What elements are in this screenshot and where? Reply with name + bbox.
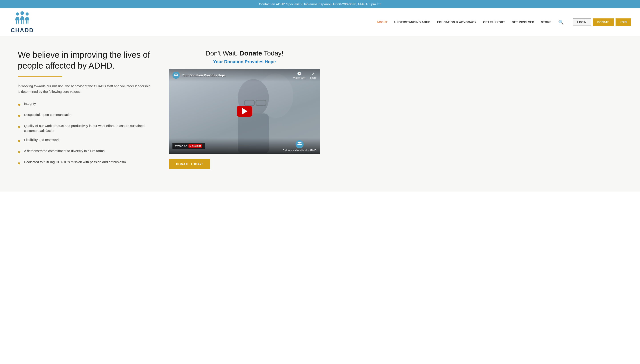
video-actions: 🕐 Watch later ↗ Share bbox=[293, 72, 316, 79]
donate-header-button[interactable]: DONATE bbox=[593, 18, 614, 26]
video-bottom-bar: Watch on ▶ YouTube Child bbox=[169, 138, 320, 154]
value-text-2: Respectful, open communication bbox=[24, 112, 72, 118]
share-action[interactable]: ↗ Share bbox=[310, 72, 316, 79]
svg-rect-5 bbox=[23, 20, 24, 24]
heart-icon-6: ♥ bbox=[18, 160, 21, 167]
list-item: ♥ Quality of our work product and produc… bbox=[18, 124, 151, 134]
list-item: ♥ Flexibility and teamwork bbox=[18, 138, 151, 144]
svg-rect-7 bbox=[26, 20, 27, 24]
svg-point-6 bbox=[26, 12, 29, 16]
left-column: We believe in improving the lives of peo… bbox=[18, 50, 151, 178]
header: CHADD ABOUT UNDERSTANDING ADHD EDUCATION… bbox=[0, 8, 640, 36]
watch-on-text: Watch on bbox=[175, 144, 187, 148]
donation-subtitle: Your Donation Provides Hope bbox=[213, 59, 276, 64]
nav-item-education[interactable]: EDUCATION & ADVOCACY bbox=[437, 20, 477, 24]
video-container[interactable]: Your Donation Provides Hope 🕐 Watch late… bbox=[169, 69, 320, 154]
watch-on-youtube[interactable]: Watch on ▶ YouTube bbox=[172, 143, 205, 149]
value-text-6: Dedicated to fulfilling CHADD's mission … bbox=[24, 160, 126, 165]
main-heading: We believe in improving the lives of peo… bbox=[18, 50, 151, 72]
svg-rect-8 bbox=[28, 20, 29, 24]
chadd-logo-icon bbox=[13, 10, 31, 26]
play-triangle-icon bbox=[242, 108, 248, 114]
heart-icon-5: ♥ bbox=[18, 149, 21, 156]
svg-point-19 bbox=[298, 142, 299, 143]
watch-later-action[interactable]: 🕐 Watch later bbox=[293, 72, 305, 79]
donate-title-part1: Don't Wait, bbox=[205, 50, 240, 57]
search-icon[interactable]: 🔍 bbox=[558, 20, 564, 25]
play-button[interactable] bbox=[237, 106, 252, 117]
value-text-4: Flexibility and teamwork bbox=[24, 138, 60, 142]
value-text-1: Integrity bbox=[24, 101, 36, 106]
list-item: ♥ A demonstrated commitment to diversity… bbox=[18, 148, 151, 156]
svg-point-16 bbox=[174, 74, 175, 75]
main-content: We believe in improving the lives of peo… bbox=[0, 36, 640, 192]
right-column: Don't Wait, Donate Today! Your Donation … bbox=[169, 50, 320, 178]
youtube-logo: ▶ YouTube bbox=[188, 144, 202, 148]
join-button[interactable]: JOIN bbox=[615, 18, 631, 26]
nav-item-involved[interactable]: GET INVOLVED bbox=[512, 20, 534, 24]
heart-icon-3: ♥ bbox=[18, 124, 21, 130]
video-title-text: Your Donation Provides Hope bbox=[182, 74, 226, 77]
svg-rect-2 bbox=[18, 20, 19, 24]
svg-rect-1 bbox=[16, 20, 17, 24]
logo-area[interactable]: CHADD bbox=[9, 10, 36, 34]
share-icon: ↗ bbox=[312, 72, 315, 76]
main-nav: ABOUT UNDERSTANDING ADHD EDUCATION & ADV… bbox=[49, 20, 564, 25]
donate-today-button[interactable]: DONATE TODAY! bbox=[169, 159, 210, 169]
svg-point-17 bbox=[175, 74, 177, 74]
donate-title: Don't Wait, Donate Today! bbox=[205, 50, 284, 57]
logo-text: CHADD bbox=[11, 27, 34, 34]
svg-point-21 bbox=[300, 142, 302, 143]
share-label: Share bbox=[310, 76, 316, 79]
value-text-5: A demonstrated commitment to diversity i… bbox=[24, 148, 105, 154]
list-item: ♥ Dedicated to fulfilling CHADD's missio… bbox=[18, 160, 151, 167]
heart-icon-1: ♥ bbox=[18, 102, 21, 108]
svg-point-0 bbox=[16, 12, 19, 16]
nav-item-understanding[interactable]: UNDERSTANDING ADHD bbox=[394, 20, 431, 24]
values-list: ♥ Integrity ♥ Respectful, open communica… bbox=[18, 101, 151, 167]
donate-title-part2: Today! bbox=[262, 50, 283, 57]
nav-item-about[interactable]: ABOUT bbox=[377, 20, 388, 24]
login-button[interactable]: LOGIN bbox=[573, 18, 591, 26]
svg-rect-4 bbox=[21, 20, 22, 24]
svg-point-18 bbox=[177, 74, 178, 75]
video-channel-info: Children and Adults with ADHD bbox=[283, 140, 316, 152]
divider-line bbox=[18, 76, 62, 76]
nav-item-support[interactable]: GET SUPPORT bbox=[483, 20, 505, 24]
heart-icon-2: ♥ bbox=[18, 113, 21, 120]
svg-point-3 bbox=[21, 11, 24, 15]
value-text-3: Quality of our work product and producti… bbox=[24, 124, 151, 134]
video-top-bar: Your Donation Provides Hope 🕐 Watch late… bbox=[169, 69, 320, 82]
chadd-small-logo bbox=[296, 140, 304, 148]
svg-point-20 bbox=[299, 142, 300, 143]
list-item: ♥ Respectful, open communication bbox=[18, 112, 151, 120]
donate-title-bold: Donate bbox=[240, 50, 262, 57]
nav-item-store[interactable]: STORE bbox=[541, 20, 551, 24]
top-bar-text: Contact an ADHD Specialist (Hablamos Esp… bbox=[259, 2, 381, 6]
top-bar: Contact an ADHD Specialist (Hablamos Esp… bbox=[0, 0, 640, 8]
watch-later-label: Watch later bbox=[293, 76, 305, 79]
sub-text: In working towards our mission, the beha… bbox=[18, 83, 151, 94]
video-logo-circle bbox=[172, 72, 179, 79]
list-item: ♥ Integrity bbox=[18, 101, 151, 108]
heart-icon-4: ♥ bbox=[18, 138, 21, 144]
clock-icon: 🕐 bbox=[297, 72, 302, 76]
header-buttons: LOGIN DONATE JOIN bbox=[573, 18, 631, 26]
main-heading-text: We believe in improving the lives of peo… bbox=[18, 50, 150, 70]
channel-name-text: Children and Adults with ADHD bbox=[283, 149, 316, 152]
